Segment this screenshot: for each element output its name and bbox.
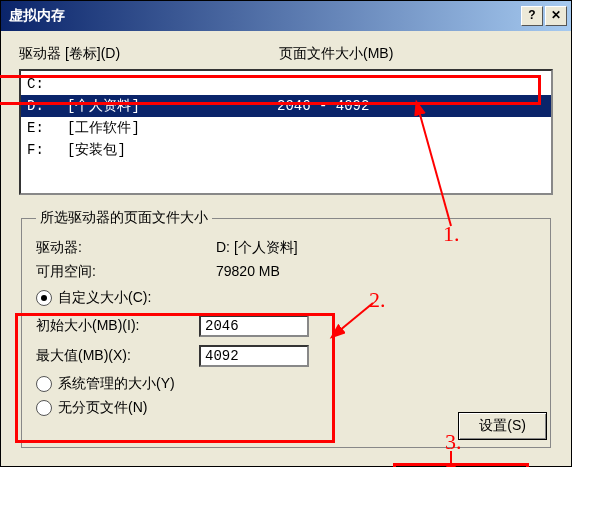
dialog-content: 驱动器 [卷标](D) 页面文件大小(MB) C: D: [个人资料] 2046… [1,31,571,466]
radio-label: 自定义大小(C): [58,289,151,307]
page-file-size: 2046 - 4092 [277,95,545,117]
list-item[interactable]: F: [安装包] [21,139,551,161]
list-item[interactable]: E: [工作软件] [21,117,551,139]
volume-label: [个人资料] [67,95,277,117]
list-header: 驱动器 [卷标](D) 页面文件大小(MB) [19,45,553,63]
radio-system-managed[interactable]: 系统管理的大小(Y) [36,375,536,393]
drive-value: D: [个人资料] [216,235,298,259]
radio-icon [36,376,52,392]
list-item[interactable]: C: [21,73,551,95]
titlebar-buttons: ? ✕ [521,6,567,26]
window-title: 虚拟内存 [9,7,65,25]
annotation-box-3 [393,463,529,467]
help-button[interactable]: ? [521,6,543,26]
free-space-value: 79820 MB [216,259,280,283]
drive-letter: F: [27,139,67,161]
free-space-label: 可用空间: [36,259,216,283]
drive-listbox[interactable]: C: D: [个人资料] 2046 - 4092 E: [工作软件] F: [安… [19,69,553,195]
max-size-label: 最大值(MB)(X): [36,347,191,365]
volume-label [67,73,277,95]
set-button[interactable]: 设置(S) [458,412,547,440]
list-item[interactable]: D: [个人资料] 2046 - 4092 [21,95,551,117]
page-file-size [277,139,545,161]
drive-column-label: 驱动器 [卷标](D) [19,45,279,63]
volume-label: [工作软件] [67,117,277,139]
radio-custom-size[interactable]: 自定义大小(C): [36,289,536,307]
close-button[interactable]: ✕ [545,6,567,26]
radio-label: 无分页文件(N) [58,399,147,417]
initial-size-input[interactable] [199,315,309,337]
initial-size-label: 初始大小(MB)(I): [36,317,191,335]
page-file-size [277,73,545,95]
drive-letter: C: [27,73,67,95]
titlebar: 虚拟内存 ? ✕ [1,1,571,31]
radio-label: 系统管理的大小(Y) [58,375,175,393]
drive-label: 驱动器: [36,235,216,259]
virtual-memory-dialog: 虚拟内存 ? ✕ 驱动器 [卷标](D) 页面文件大小(MB) C: D: [个… [0,0,572,467]
drive-letter: E: [27,117,67,139]
max-size-input[interactable] [199,345,309,367]
group-legend: 所选驱动器的页面文件大小 [36,209,212,227]
volume-label: [安装包] [67,139,277,161]
selected-drive-group: 所选驱动器的页面文件大小 驱动器: D: [个人资料] 可用空间: 79820 … [21,209,551,448]
radio-icon [36,290,52,306]
drive-letter: D: [27,95,67,117]
page-file-size [277,117,545,139]
size-column-label: 页面文件大小(MB) [279,45,393,63]
radio-icon [36,400,52,416]
